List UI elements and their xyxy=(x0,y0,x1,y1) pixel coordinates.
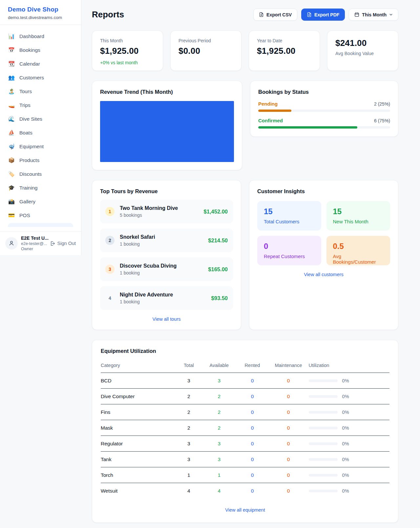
cell-category: BCD xyxy=(101,373,176,389)
cell-total: 2 xyxy=(176,404,202,420)
cell-available: 1 xyxy=(202,467,237,483)
sidebar-item-pos[interactable]: 💳POS xyxy=(4,209,77,222)
cell-category: Torch xyxy=(101,467,176,483)
logout-icon xyxy=(50,241,55,246)
sidebar-item-partial-highlight[interactable] xyxy=(8,223,73,227)
utilization-percent: 0% xyxy=(342,488,349,494)
view-all-tours-link[interactable]: View all tours xyxy=(100,316,233,322)
col-category: Category xyxy=(101,359,176,373)
tile-avg-bookings: 0.5 Avg Bookings/Customer xyxy=(326,236,390,265)
sidebar-item-discounts[interactable]: 🏷️Discounts xyxy=(4,167,77,181)
status-label: Confirmed xyxy=(258,118,283,123)
lists-row: Top Tours by Revenue 1 Two Tank Morning … xyxy=(92,180,398,330)
utilization-bar-track xyxy=(309,458,338,461)
export-csv-button[interactable]: Export CSV xyxy=(253,9,297,21)
tour-bookings: 1 booking xyxy=(120,299,206,304)
sidebar-item-label: Tours xyxy=(19,89,32,94)
sidebar-item-label: Dashboard xyxy=(19,33,44,39)
sidebar-item-tours[interactable]: 🏝️Tours xyxy=(4,85,77,98)
cell-rented: 0 xyxy=(237,420,268,436)
view-all-customers-link[interactable]: View all customers xyxy=(257,272,390,277)
period-dropdown[interactable]: This Month xyxy=(349,9,398,21)
sidebar-item-label: Bookings xyxy=(19,47,40,53)
equipment-title: Equipment Utilization xyxy=(101,348,389,354)
sidebar-item-dashboard[interactable]: 📊Dashboard xyxy=(4,30,77,43)
tour-amount: $93.50 xyxy=(211,295,228,301)
sidebar-item-customers[interactable]: 👥Customers xyxy=(4,71,77,85)
sidebar-item-products[interactable]: 📦Products xyxy=(4,153,77,167)
sidebar-item-boats[interactable]: ⛵Boats xyxy=(4,126,77,140)
tour-bookings: 1 booking xyxy=(120,270,203,275)
cell-utilization: 0% xyxy=(309,452,389,467)
cell-total: 1 xyxy=(176,467,202,483)
cell-available: 3 xyxy=(202,373,237,389)
cell-total: 3 xyxy=(176,452,202,467)
cell-utilization: 0% xyxy=(309,389,389,404)
top-tours-title: Top Tours by Revenue xyxy=(100,188,233,194)
cell-total: 4 xyxy=(176,483,202,499)
stat-delta: +0% vs last month xyxy=(100,60,155,65)
brand-block: Demo Dive Shop demo.test.divestreams.com xyxy=(0,0,81,25)
cell-maintenance: 0 xyxy=(268,389,308,404)
sidebar-item-label: Calendar xyxy=(19,61,40,67)
sidebar-item-label: Trips xyxy=(19,102,31,108)
tile-value: 0 xyxy=(264,242,315,251)
tour-row: 3 Discover Scuba Diving 1 booking $165.0… xyxy=(100,257,233,281)
sign-out-button[interactable]: Sign Out xyxy=(50,241,76,246)
utilization-percent: 0% xyxy=(342,410,349,415)
sidebar-item-gallery[interactable]: 📸Gallery xyxy=(4,195,77,209)
cell-category: Dive Computer xyxy=(101,389,176,404)
tour-amount: $1,452.00 xyxy=(204,209,228,215)
sidebar-item-training[interactable]: 🎓Training xyxy=(4,181,77,195)
tile-value: 15 xyxy=(264,207,315,216)
sidebar-item-trips[interactable]: 🚤Trips xyxy=(4,98,77,112)
cell-maintenance: 0 xyxy=(268,483,308,499)
bookings-status-card: Bookings by Status Pending 2 (25%) Confi… xyxy=(250,81,398,137)
utilization-percent: 0% xyxy=(342,473,349,478)
tile-new-this-month: 15 New This Month xyxy=(326,201,390,231)
cell-rented: 0 xyxy=(237,452,268,467)
camera-icon: 📸 xyxy=(8,199,15,204)
tile-label: New This Month xyxy=(333,219,384,224)
stat-card-avg-booking-value: $241.00 Avg Booking Value xyxy=(327,30,398,71)
sidebar: Demo Dive Shop demo.test.divestreams.com… xyxy=(0,0,81,255)
tile-value: 15 xyxy=(333,207,384,216)
stat-value: $1,925.00 xyxy=(100,46,155,56)
page-header: Reports Export CSV Export PDF This Month xyxy=(92,9,398,21)
tile-repeat-customers: 0 Repeat Customers xyxy=(257,236,321,265)
stat-value: $0.00 xyxy=(178,46,233,56)
tile-value: 0.5 xyxy=(333,242,384,251)
speedboat-icon: 🚤 xyxy=(8,103,15,108)
cell-maintenance: 0 xyxy=(268,452,308,467)
sidebar-item-bookings[interactable]: 📅Bookings xyxy=(4,43,77,57)
cell-category: Tank xyxy=(101,452,176,467)
cell-available: 2 xyxy=(202,420,237,436)
cell-available: 3 xyxy=(202,452,237,467)
sidebar-item-dive-sites[interactable]: 🌊Dive Sites xyxy=(4,112,77,126)
table-row: Tank 3 3 0 0 0% xyxy=(101,452,389,467)
cell-utilization: 0% xyxy=(309,483,389,499)
user-email: e2e-tester@... xyxy=(21,241,46,246)
avatar xyxy=(5,237,18,250)
file-download-icon xyxy=(307,12,312,17)
sidebar-item-label: Customers xyxy=(19,75,44,81)
stat-label: Previous Period xyxy=(178,38,233,43)
utilization-bar-track xyxy=(309,411,338,414)
status-row-confirmed: Confirmed 6 (75%) xyxy=(258,118,390,129)
period-label: This Month xyxy=(362,12,387,17)
diving-mask-icon: 🤿 xyxy=(8,144,15,149)
export-pdf-button[interactable]: Export PDF xyxy=(301,9,345,21)
tour-row: 4 Night Dive Adventure 1 booking $93.50 xyxy=(100,286,233,310)
cell-total: 3 xyxy=(176,373,202,389)
cell-utilization: 0% xyxy=(309,420,389,436)
charts-row: Revenue Trend (This Month) Bookings by S… xyxy=(92,81,398,170)
tour-row: 1 Two Tank Morning Dive 5 bookings $1,45… xyxy=(100,200,233,223)
sidebar-item-equipment[interactable]: 🤿Equipment xyxy=(4,140,77,153)
view-all-equipment-link[interactable]: View all equipment xyxy=(101,507,389,513)
sidebar-item-calendar[interactable]: 📆Calendar xyxy=(4,57,77,71)
status-bar-fill xyxy=(258,110,291,112)
sidebar-item-label: Training xyxy=(19,185,37,191)
utilization-bar-track xyxy=(309,379,338,382)
tour-name: Night Dive Adventure xyxy=(120,292,206,298)
people-icon: 👥 xyxy=(8,75,15,80)
